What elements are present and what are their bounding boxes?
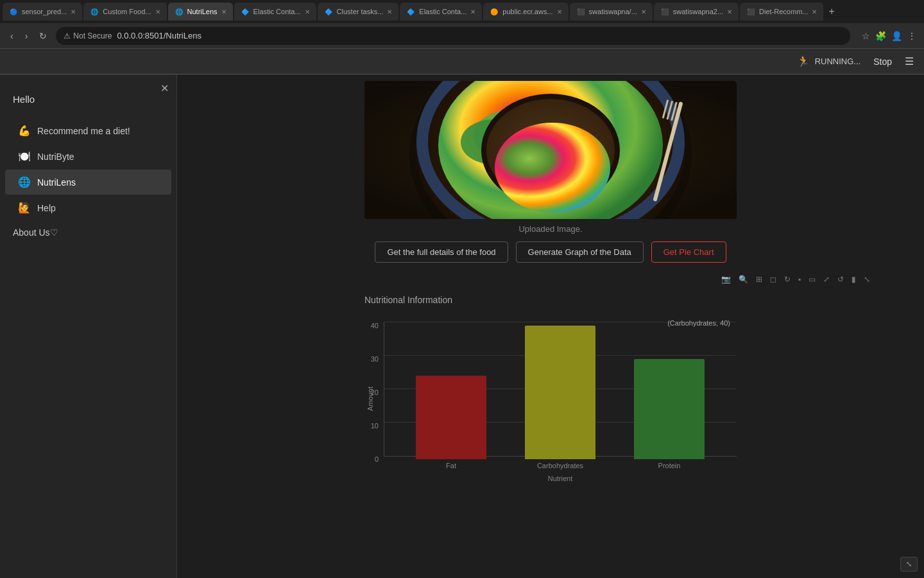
tab-close-elastic2[interactable]: ✕ <box>470 8 475 15</box>
tab-label-custom: Custom Food... <box>103 8 151 15</box>
y-tick-0: 0 <box>375 455 379 463</box>
stop-button[interactable]: Stop <box>868 54 897 69</box>
hamburger-icon[interactable]: ☰ <box>905 55 914 67</box>
nutribyte-icon: 🍽️ <box>18 150 31 162</box>
tab-close-elastic1[interactable]: ✕ <box>305 8 310 15</box>
tab-favicon-elastic2: 🔷 <box>406 7 415 16</box>
y-tick-30: 30 <box>371 355 379 363</box>
sidebar-hello: Hello <box>0 87 176 118</box>
tab-favicon-nutrilens: 🌐 <box>175 7 184 16</box>
svg-point-10 <box>556 137 571 153</box>
settings-icon[interactable]: ⋮ <box>907 31 916 41</box>
tab-label-ecr: public.ecr.aws... <box>502 8 552 15</box>
y-tick-10: 10 <box>371 422 379 430</box>
sidebar-item-nutrilens[interactable]: 🌐 NutriLens <box>5 170 171 195</box>
tab-nutrilens[interactable]: 🌐 NutriLens ✕ <box>168 3 233 21</box>
chart-tool-lasso[interactable]: ◻ <box>767 273 779 286</box>
sidebar-item-label-nutribyte: NutriByte <box>37 152 74 162</box>
bar-carbs <box>525 326 595 459</box>
food-image <box>364 81 737 219</box>
tab-label-sensor: sensor_pred... <box>22 8 67 15</box>
bookmark-icon[interactable]: ☆ <box>862 31 870 41</box>
tab-elastic2[interactable]: 🔷 Elastic Conta... ✕ <box>400 3 482 21</box>
tab-sensor[interactable]: 🔵 sensor_pred... ✕ <box>3 3 82 21</box>
tab-custom-food[interactable]: 🌐 Custom Food... ✕ <box>83 3 166 21</box>
security-indicator: ⚠ Not Secure <box>64 31 112 40</box>
tab-close-diet[interactable]: ✕ <box>812 8 817 15</box>
chart-container: Nutritional Information 40 30 20 10 0 Am… <box>352 288 749 495</box>
svg-point-9 <box>579 129 599 148</box>
new-tab-button[interactable]: + <box>825 6 838 17</box>
chart-tool-reset2[interactable]: ↺ <box>835 273 846 286</box>
profile-icon[interactable]: 👤 <box>891 31 902 41</box>
extension-icon[interactable]: 🧩 <box>875 31 886 41</box>
tab-close-nutrilens[interactable]: ✕ <box>221 8 227 15</box>
chart-toolbar: 📷 🔍 ⊞ ◻ ↻ ▪ ▭ ⤢ ↺ ▮ ⤡ <box>177 273 924 286</box>
tab-favicon-github1: ⬛ <box>576 7 585 16</box>
graph-button[interactable]: Generate Graph of the Data <box>516 241 644 263</box>
bar-label-protein: Protein <box>658 462 681 469</box>
sidebar-item-label-nutrilens: NutriLens <box>37 177 76 188</box>
svg-point-8 <box>558 118 581 141</box>
tab-label-github2: swatiswapna2... <box>673 8 723 15</box>
url-bar[interactable]: ⚠ Not Secure 0.0.0.0:8501/NutriLens <box>56 27 850 45</box>
back-button[interactable]: ‹ <box>8 28 16 44</box>
tab-github2[interactable]: ⬛ swatiswapna2... ✕ <box>654 3 739 21</box>
tab-diet[interactable]: ⬛ Diet-Recomm... ✕ <box>740 3 823 21</box>
tab-label-nutrilens: NutriLens <box>187 8 218 15</box>
nutrilens-icon: 🌐 <box>18 176 31 188</box>
bar-group-protein: Protein <box>634 359 705 469</box>
chart-tool-fullscreen[interactable]: ⤡ <box>861 273 873 286</box>
tab-github1[interactable]: ⬛ swatiswapna/... ✕ <box>570 3 653 21</box>
chart-tool-zoom-box[interactable]: ⊞ <box>753 273 765 286</box>
tab-favicon-custom: 🌐 <box>90 7 99 16</box>
sidebar-item-nutribyte[interactable]: 🍽️ NutriByte <box>5 144 171 169</box>
sidebar-item-help[interactable]: 🙋 Help <box>5 195 171 220</box>
chart-tool-reset[interactable]: ⤢ <box>821 273 832 286</box>
recommend-icon: 💪 <box>18 125 31 137</box>
tab-favicon-diet: ⬛ <box>746 7 755 16</box>
running-indicator: 🏃 RUNNING... <box>797 55 861 67</box>
y-tick-40: 40 <box>371 322 379 329</box>
tab-close-sensor[interactable]: ✕ <box>71 8 76 15</box>
sidebar-item-recommend[interactable]: 💪 Recommend me a diet! <box>5 118 171 143</box>
forward-button[interactable]: › <box>22 28 31 44</box>
details-button[interactable]: Get the full details of the food <box>375 241 508 263</box>
chart-tool-camera[interactable]: 📷 <box>719 273 733 286</box>
tab-label-github1: swatiswapna/... <box>589 8 637 15</box>
tab-close-cluster[interactable]: ✕ <box>387 8 392 15</box>
refresh-button[interactable]: ↻ <box>37 28 49 44</box>
chart-tool-zoom-in[interactable]: 🔍 <box>736 273 751 286</box>
tab-close-github2[interactable]: ✕ <box>727 8 732 15</box>
chart-tool-box[interactable]: ▪ <box>796 273 803 286</box>
bar-label-carbs: Carbohydrates <box>537 462 583 469</box>
warning-icon: ⚠ <box>64 31 71 40</box>
chart-tool-bar[interactable]: ▮ <box>849 273 859 286</box>
sidebar-about[interactable]: About Us♡ <box>0 221 176 244</box>
tab-close-github1[interactable]: ✕ <box>641 8 646 15</box>
tab-elastic1[interactable]: 🔷 Elastic Conta... ✕ <box>234 3 316 21</box>
bar-group-carbs: Carbohydrates <box>525 326 595 469</box>
sidebar-close-button[interactable]: ✕ <box>160 82 169 94</box>
svg-point-14 <box>588 141 603 156</box>
tab-cluster[interactable]: 🔷 Cluster tasks... ✕ <box>318 3 399 21</box>
svg-point-18 <box>497 146 515 164</box>
y-axis-label: Amount <box>366 387 374 411</box>
pie-chart-button[interactable]: Get Pie Chart <box>651 241 726 263</box>
bar-label-fat: Fat <box>446 462 456 469</box>
bar-fat <box>416 376 486 459</box>
tab-close-ecr[interactable]: ✕ <box>557 8 562 15</box>
chart-tool-rect[interactable]: ▭ <box>806 273 818 286</box>
sidebar: ✕ Hello 💪 Recommend me a diet! 🍽️ NutriB… <box>0 74 177 578</box>
tab-label-diet: Diet-Recomm... <box>759 8 808 15</box>
tab-ecr[interactable]: 🟠 public.ecr.aws... ✕ <box>483 3 568 21</box>
fullscreen-button[interactable]: ⤡ <box>900 557 918 572</box>
tab-close-custom[interactable]: ✕ <box>155 8 160 15</box>
svg-point-12 <box>506 136 557 168</box>
svg-point-15 <box>490 139 560 177</box>
svg-point-17 <box>493 142 518 168</box>
chart-tool-orbit[interactable]: ↻ <box>782 273 793 286</box>
toolbar-icons: ☆ 🧩 👤 ⋮ <box>862 31 916 41</box>
bar-group-fat: Fat <box>416 376 486 469</box>
tab-favicon-cluster: 🔷 <box>324 7 333 16</box>
